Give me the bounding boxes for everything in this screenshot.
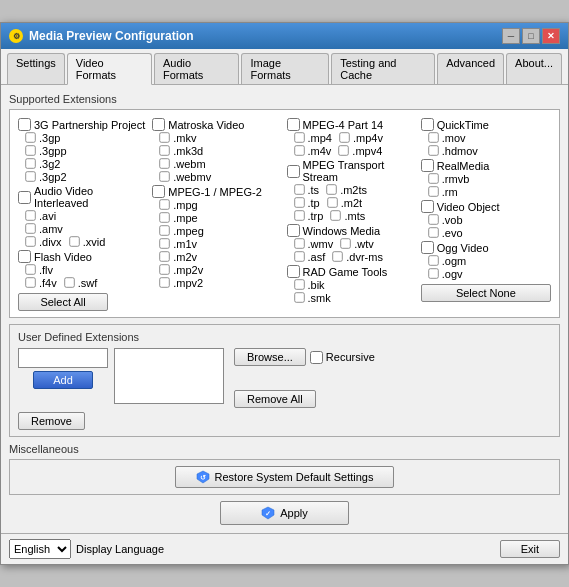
ext-m2t: .m2t (326, 196, 362, 209)
ext-mp2v: .mp2v (158, 263, 282, 276)
cb-flash-group[interactable] (18, 250, 31, 263)
cb-mts[interactable] (331, 210, 341, 220)
cb-3gp2[interactable] (25, 171, 35, 181)
cb-avi-group[interactable] (18, 191, 31, 204)
cb-divx[interactable] (25, 236, 35, 246)
user-defined-section: User Defined Extensions Add Browse... Re… (9, 324, 560, 437)
cb-ogv[interactable] (428, 268, 438, 278)
ext-xvid: .xvid (68, 235, 106, 248)
cb-rm[interactable] (428, 186, 438, 196)
ext-ogm: .ogm (427, 254, 551, 267)
cb-wmv[interactable] (294, 238, 304, 248)
ext-row-wmv: .wmv .wtv (293, 237, 417, 250)
cb-vob[interactable] (428, 214, 438, 224)
cb-3g2[interactable] (25, 158, 35, 168)
cb-ogm[interactable] (428, 255, 438, 265)
cb-mpe[interactable] (160, 212, 170, 222)
group-rad-header: RAD Game Tools (287, 265, 417, 278)
tab-audio-formats[interactable]: Audio Formats (154, 53, 239, 84)
select-none-button[interactable]: Select None (421, 284, 551, 302)
tab-image-formats[interactable]: Image Formats (241, 53, 329, 84)
cb-m2ts[interactable] (326, 184, 336, 194)
cb-3gp[interactable] (25, 132, 35, 142)
cb-mkv[interactable] (160, 132, 170, 142)
apply-row: ✓ Apply (9, 501, 560, 525)
cb-mpeg-group[interactable] (152, 185, 165, 198)
cb-hdmov[interactable] (428, 145, 438, 155)
tab-settings[interactable]: Settings (7, 53, 65, 84)
cb-mpv2[interactable] (160, 277, 170, 287)
cb-mk3d[interactable] (160, 145, 170, 155)
restore-button-label: Restore System Default Settings (215, 471, 374, 483)
cb-mov[interactable] (428, 132, 438, 142)
cb-mp4[interactable] (294, 132, 304, 142)
minimize-button[interactable]: ─ (502, 28, 520, 44)
ext-mov: .mov (427, 131, 551, 144)
cb-tp[interactable] (294, 197, 304, 207)
cb-asf[interactable] (294, 251, 304, 261)
tab-about[interactable]: About... (506, 53, 562, 84)
user-defined-label: User Defined Extensions (18, 331, 551, 343)
remove-all-button[interactable]: Remove All (234, 390, 316, 408)
cb-mpg[interactable] (160, 199, 170, 209)
restore-button[interactable]: ↺ Restore System Default Settings (175, 466, 395, 488)
cb-wmv-group[interactable] (287, 224, 300, 237)
extensions-box: 3G Partnership Project .3gp .3gpp .3g2 .… (9, 109, 560, 318)
ext-sub-mkv: .mkv .mk3d .webm .webmv (152, 131, 282, 183)
cb-m2t[interactable] (327, 197, 337, 207)
cb-webm[interactable] (160, 158, 170, 168)
exit-button[interactable]: Exit (500, 540, 560, 558)
apply-button[interactable]: ✓ Apply (220, 501, 349, 525)
cb-wtv[interactable] (340, 238, 350, 248)
language-select[interactable]: English German French Spanish (9, 539, 71, 559)
user-defined-input[interactable] (18, 348, 108, 368)
cb-m2v[interactable] (160, 251, 170, 261)
cb-qt-group[interactable] (421, 118, 434, 131)
cb-smk[interactable] (294, 292, 304, 302)
recursive-checkbox[interactable] (310, 351, 323, 364)
cb-ogg-group[interactable] (421, 241, 434, 254)
cb-evo[interactable] (428, 227, 438, 237)
cb-ts-group[interactable] (287, 165, 300, 178)
cb-dvr-ms[interactable] (333, 251, 343, 261)
maximize-button[interactable]: □ (522, 28, 540, 44)
cb-rad-group[interactable] (287, 265, 300, 278)
cb-m4v[interactable] (294, 145, 304, 155)
cb-mpv4[interactable] (339, 145, 349, 155)
ext-wmv: .wmv (293, 237, 334, 250)
cb-mp2v[interactable] (160, 264, 170, 274)
cb-m1v[interactable] (160, 238, 170, 248)
cb-xvid[interactable] (69, 236, 79, 246)
cb-mp4v[interactable] (339, 132, 349, 142)
cb-amv[interactable] (25, 223, 35, 233)
remove-button[interactable]: Remove (18, 412, 85, 430)
cb-swf[interactable] (64, 277, 74, 287)
cb-vob-group[interactable] (421, 200, 434, 213)
select-all-button[interactable]: Select All (18, 293, 108, 311)
group-flash-header: Flash Video (18, 250, 148, 263)
cb-f4v[interactable] (25, 277, 35, 287)
add-button[interactable]: Add (33, 371, 93, 389)
cb-webmv[interactable] (160, 171, 170, 181)
cb-bik[interactable] (294, 279, 304, 289)
cb-3gp-group[interactable] (18, 118, 31, 131)
cb-avi[interactable] (25, 210, 35, 220)
tab-advanced[interactable]: Advanced (437, 53, 504, 84)
ext-webmv: .webmv (158, 170, 282, 183)
cb-ts[interactable] (294, 184, 304, 194)
user-defined-listbox[interactable] (114, 348, 224, 404)
cb-flv[interactable] (25, 264, 35, 274)
group-mp4-header: MPEG-4 Part 14 (287, 118, 417, 131)
cb-rmvb[interactable] (428, 173, 438, 183)
cb-trp[interactable] (294, 210, 304, 220)
browse-button[interactable]: Browse... (234, 348, 306, 366)
ext-mpe: .mpe (158, 211, 282, 224)
cb-3gpp[interactable] (25, 145, 35, 155)
close-button[interactable]: ✕ (542, 28, 560, 44)
tab-testing-cache[interactable]: Testing and Cache (331, 53, 435, 84)
cb-rm-group[interactable] (421, 159, 434, 172)
cb-mkv-group[interactable] (152, 118, 165, 131)
cb-mpeg[interactable] (160, 225, 170, 235)
cb-mp4-group[interactable] (287, 118, 300, 131)
tab-video-formats[interactable]: Video Formats (67, 53, 152, 85)
